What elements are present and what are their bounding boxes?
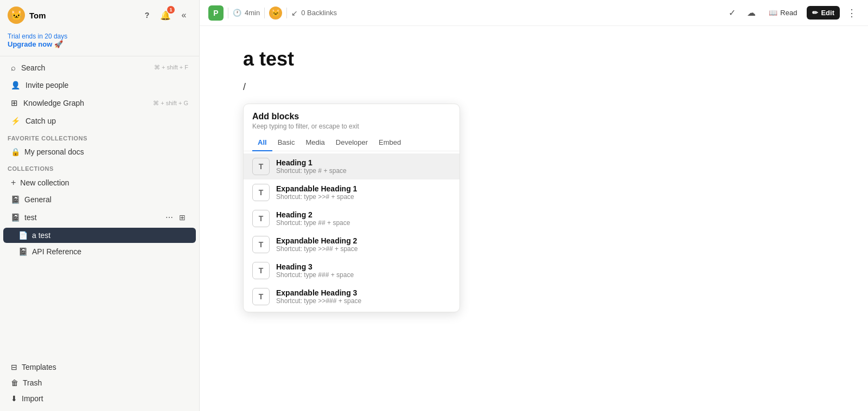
clock-icon: 🕐	[233, 9, 241, 17]
avatar: 🐱	[8, 7, 25, 24]
block-item-heading2[interactable]: T Heading 2 Shortcut: type ## + space	[244, 206, 459, 232]
sidebar-item-templates[interactable]: ⊟ Templates	[3, 359, 196, 375]
sidebar-item-new-collection[interactable]: + New collection	[3, 175, 196, 191]
trial-banner: Trial ends in 20 days Upgrade now 🚀	[0, 30, 199, 54]
trash-label: Trash	[23, 378, 42, 387]
import-icon: ⬇	[11, 394, 17, 403]
sidebar-item-general[interactable]: 📓 General	[3, 192, 196, 207]
block-shortcut-exp-heading3: Shortcut: type >>### + space	[276, 297, 451, 305]
edit-icon: ✏	[812, 9, 818, 17]
lock-icon: 🔒	[11, 147, 20, 156]
general-label: General	[24, 195, 52, 204]
upgrade-link[interactable]: Upgrade now 🚀	[8, 40, 192, 48]
block-name-exp-heading3: Expandable Heading 3	[276, 288, 451, 297]
block-shortcut-heading3: Shortcut: type ### + space	[276, 271, 451, 279]
tab-media[interactable]: Media	[300, 134, 330, 151]
help-button[interactable]	[139, 8, 155, 23]
block-name-exp-heading1: Expandable Heading 1	[276, 184, 451, 193]
block-item-exp-heading1[interactable]: T Expandable Heading 1 Shortcut: type >>…	[244, 179, 459, 206]
read-label: Read	[780, 9, 797, 17]
add-blocks-tabs: All Basic Media Developer Embed	[244, 134, 459, 151]
collapse-sidebar-button[interactable]: «	[176, 8, 192, 23]
block-shortcut-heading1: Shortcut: type # + space	[276, 167, 451, 175]
plus-icon: +	[11, 178, 16, 188]
block-shortcut-exp-heading2: Shortcut: type >>## + space	[276, 245, 451, 253]
sidebar-item-test[interactable]: 📓 test ⋯ ⊞	[3, 208, 196, 227]
block-info-heading3: Heading 3 Shortcut: type ### + space	[276, 262, 451, 279]
document-title: a test	[243, 48, 825, 70]
sidebar-item-import[interactable]: ⬇ Import	[3, 391, 196, 406]
doc-icon-a-test: 📄	[18, 231, 28, 240]
block-item-exp-heading2[interactable]: T Expandable Heading 2 Shortcut: type >>…	[244, 232, 459, 258]
invite-label: Invite people	[25, 81, 68, 89]
main-area: P 🕐 4min 🐱 ↙ 0 Backlinks ✓ ☁ 📖 Re	[200, 0, 868, 411]
sidebar-doc-api-reference[interactable]: 📓 API Reference	[3, 244, 196, 259]
block-info-exp-heading1: Expandable Heading 1 Shortcut: type >># …	[276, 184, 451, 201]
cloud-icon: ☁	[747, 8, 756, 18]
catchup-label: Catch up	[25, 117, 56, 125]
check-button[interactable]: ✓	[724, 5, 739, 21]
book-icon-general: 📓	[11, 195, 20, 204]
page-icon-badge: P	[208, 5, 224, 21]
search-shortcut: ⌘ + shift + F	[154, 64, 188, 71]
more-options-button[interactable]: ⋮	[844, 5, 859, 21]
topbar-user-avatar: 🐱	[269, 7, 282, 20]
header-icons: 🔔 1 «	[139, 8, 192, 23]
topbar: P 🕐 4min 🐱 ↙ 0 Backlinks ✓ ☁ 📖 Re	[200, 0, 868, 26]
topbar-divider-1	[228, 8, 228, 18]
new-collection-label: New collection	[20, 178, 69, 187]
sidebar-item-search[interactable]: ⌕ Search ⌘ + shift + F	[3, 59, 196, 76]
block-icon-exp-heading2: T	[252, 236, 270, 253]
block-name-exp-heading2: Expandable Heading 2	[276, 236, 451, 245]
sidebar-item-personal-docs[interactable]: 🔒 My personal docs	[3, 144, 196, 159]
test-label: test	[24, 213, 37, 222]
block-name-heading2: Heading 2	[276, 210, 451, 219]
collapse-icon: «	[182, 10, 187, 20]
topbar-meta: 🕐 4min	[233, 9, 260, 17]
sidebar-item-catchup[interactable]: ⚡ Catch up	[3, 113, 196, 129]
trial-text: Trial ends in 20 days	[8, 33, 192, 40]
trash-icon: 🗑	[11, 378, 18, 387]
templates-icon: ⊟	[11, 363, 17, 371]
question-icon	[145, 10, 150, 20]
add-blocks-subtitle: Keep typing to filter, or escape to exit	[252, 123, 451, 130]
block-icon-heading1: T	[252, 158, 270, 175]
topbar-left: P 🕐 4min 🐱 ↙ 0 Backlinks	[208, 5, 337, 21]
backlink-icon: ↙	[291, 9, 298, 17]
tab-basic[interactable]: Basic	[272, 134, 301, 151]
sidebar-item-knowledge-graph[interactable]: ⊞ Knowledge Graph ⌘ + shift + G	[3, 94, 196, 112]
sidebar-header: 🐱 Tom 🔔 1 «	[0, 0, 199, 30]
tab-embed[interactable]: Embed	[373, 134, 406, 151]
block-item-heading1[interactable]: T Heading 1 Shortcut: type # + space	[244, 153, 459, 179]
cloud-button[interactable]: ☁	[744, 5, 759, 21]
backlinks-count: 0 Backlinks	[301, 9, 337, 17]
favorite-collections-section: FAVORITE COLLECTIONS	[0, 130, 199, 144]
block-item-heading3[interactable]: T Heading 3 Shortcut: type ### + space	[244, 258, 459, 284]
sidebar-bottom: ⊟ Templates 🗑 Trash ⬇ Import	[0, 350, 199, 411]
tab-all[interactable]: All	[252, 134, 272, 151]
content-area[interactable]: a test / Add blocks Keep typing to filte…	[200, 26, 868, 411]
test-add-page-button[interactable]: ⊞	[176, 211, 188, 223]
sidebar: 🐱 Tom 🔔 1 « Trial ends in 20 days Upgrad…	[0, 0, 200, 411]
more-icon: ⋮	[847, 7, 857, 19]
read-button[interactable]: 📖 Read	[763, 6, 802, 20]
block-shortcut-exp-heading1: Shortcut: type >># + space	[276, 193, 451, 201]
cursor-line: /	[243, 81, 825, 93]
test-collection-actions: ⋯ ⊞	[163, 211, 188, 223]
sidebar-item-invite[interactable]: 👤 Invite people	[3, 77, 196, 93]
person-icon: 👤	[11, 81, 20, 89]
sidebar-item-trash[interactable]: 🗑 Trash	[3, 375, 196, 390]
api-ref-label: API Reference	[32, 247, 81, 256]
block-info-heading2: Heading 2 Shortcut: type ## + space	[276, 210, 451, 227]
read-time: 4min	[245, 9, 260, 17]
knowledge-icon: ⊞	[11, 98, 18, 108]
block-name-heading3: Heading 3	[276, 262, 451, 271]
block-icon-heading3: T	[252, 262, 270, 279]
block-item-exp-heading3[interactable]: T Expandable Heading 3 Shortcut: type >>…	[244, 284, 459, 310]
tab-developer[interactable]: Developer	[330, 134, 373, 151]
sidebar-doc-a-test[interactable]: 📄 a test	[3, 228, 196, 243]
test-more-button[interactable]: ⋯	[163, 211, 175, 223]
block-icon-heading2: T	[252, 210, 270, 227]
block-name-heading1: Heading 1	[276, 158, 451, 167]
edit-button[interactable]: ✏ Edit	[807, 6, 840, 20]
